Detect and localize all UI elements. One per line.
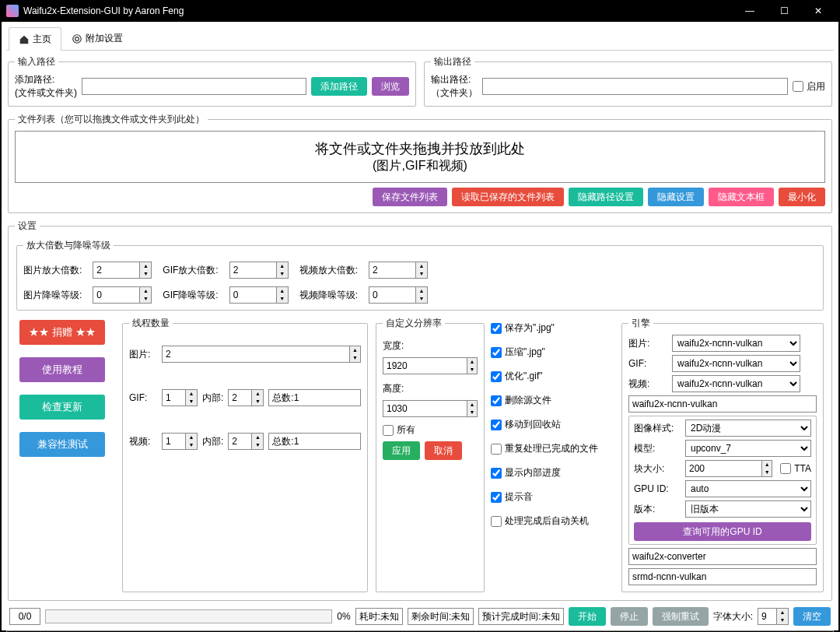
tab-home-label: 主页 xyxy=(33,33,51,46)
eng-ver-label: 版本: xyxy=(634,503,681,516)
font-size-label: 字体大小: xyxy=(713,610,753,623)
hide-settings-button[interactable]: 隐藏设置 xyxy=(648,188,704,206)
opt-showprog-checkbox[interactable] xyxy=(491,468,502,479)
thread-gif-label: GIF: xyxy=(129,392,157,403)
res-h-spin[interactable]: ▲▼ xyxy=(383,400,478,417)
filelist-group: 文件列表（您可以拖拽文件或文件夹到此处） 将文件或文件夹拖拽并投放到此处 (图片… xyxy=(8,113,832,213)
titlebar: Waifu2x-Extension-GUI by Aaron Feng — ☐ … xyxy=(0,0,840,22)
eng-tta-checkbox[interactable] xyxy=(780,463,791,474)
dropzone[interactable]: 将文件或文件夹拖拽并投放到此处 (图片,GIF和视频) xyxy=(15,131,825,183)
hide-textbox-button[interactable]: 隐藏文本框 xyxy=(709,188,774,206)
opt-compjpg-checkbox[interactable] xyxy=(491,347,502,358)
res-apply-button[interactable]: 应用 xyxy=(383,441,420,460)
start-button[interactable]: 开始 xyxy=(569,607,606,626)
eng-model-select[interactable]: upconv_7 xyxy=(685,440,811,457)
eng-gpu-select[interactable]: auto xyxy=(685,480,811,497)
output-path-group: 输出路径 输出路径: （文件夹） 启用 xyxy=(424,55,832,107)
vid-noise-label: 视频降噪等级: xyxy=(299,289,358,302)
opt-sound-checkbox[interactable] xyxy=(491,492,502,503)
filelist-legend: 文件列表（您可以拖拽文件或文件夹到此处） xyxy=(15,113,208,126)
stop-button[interactable]: 停止 xyxy=(611,607,648,626)
donate-button[interactable]: ★★ 捐赠 ★★ xyxy=(19,320,105,345)
close-button[interactable]: ✕ xyxy=(809,2,828,20)
tab-home[interactable]: 主页 xyxy=(9,27,61,51)
thread-vid-inner-spin[interactable]: ▲▼ xyxy=(228,433,264,450)
thread-gif-inner-spin[interactable]: ▲▼ xyxy=(228,389,264,406)
progress-count: 0/0 xyxy=(9,608,40,625)
threads-group: 线程数量 图片: ▲▼ GIF: ▲▼ 内部: ▲▼ 总数:1 视频: ▲▼ 内… xyxy=(122,317,368,592)
thread-img-spin[interactable]: ▲▼ xyxy=(162,346,361,363)
img-scale-spin[interactable]: ▲▼ xyxy=(93,262,152,279)
check-update-button[interactable]: 检查更新 xyxy=(19,395,105,420)
tab-bar: 主页 附加设置 xyxy=(6,26,834,51)
opt-shutdown-checkbox[interactable] xyxy=(491,516,502,527)
eng-model-label: 模型: xyxy=(634,442,681,455)
eng-ver-select[interactable]: 旧版本 xyxy=(685,500,811,518)
input-legend: 输入路径 xyxy=(15,55,58,68)
opt-sound-label: 提示音 xyxy=(505,490,533,504)
opt-delsrc-checkbox[interactable] xyxy=(491,395,502,406)
eng-box-converter: waifu2x-converter xyxy=(628,548,817,565)
img-scale-label: 图片放大倍数: xyxy=(23,264,82,277)
scale-noise-group: 放大倍数与降噪等级 图片放大倍数: ▲▼ GIF放大倍数: ▲▼ 视频放大倍数:… xyxy=(16,239,824,311)
thread-vid-label: 视频: xyxy=(129,435,157,448)
opt-redo-label: 重复处理已完成的文件 xyxy=(505,442,598,455)
opt-recycle-label: 移动到回收站 xyxy=(505,418,561,431)
vid-scale-spin[interactable]: ▲▼ xyxy=(369,262,428,279)
vid-noise-spin[interactable]: ▲▼ xyxy=(369,286,428,304)
eng-style-label: 图像样式: xyxy=(634,422,681,435)
query-gpu-button[interactable]: 查询可用的GPU ID xyxy=(634,522,811,541)
thread-gif-spin[interactable]: ▲▼ xyxy=(162,389,198,406)
output-path-field[interactable] xyxy=(482,78,788,95)
opt-savejpg-label: 保存为".jpg" xyxy=(505,321,555,335)
read-filelist-button[interactable]: 读取已保存的文件列表 xyxy=(452,188,564,206)
res-cancel-button[interactable]: 取消 xyxy=(425,441,462,460)
home-icon xyxy=(19,34,30,45)
engine-group: 引擎 图片:waifu2x-ncnn-vulkan GIF:waifu2x-nc… xyxy=(621,317,824,592)
img-noise-spin[interactable]: ▲▼ xyxy=(93,286,152,304)
tutorial-button[interactable]: 使用教程 xyxy=(19,357,105,382)
eta-box: 预计完成时间:未知 xyxy=(478,608,563,625)
dropzone-line2: (图片,GIF和视频) xyxy=(16,158,824,174)
opt-delsrc-label: 删除源文件 xyxy=(505,394,551,407)
font-size-spin[interactable]: ▲▼ xyxy=(758,608,789,625)
thread-vid-spin[interactable]: ▲▼ xyxy=(162,433,198,450)
add-path-button[interactable]: 添加路径 xyxy=(311,77,367,96)
output-legend: 输出路径 xyxy=(431,55,474,68)
opt-savejpg-checkbox[interactable] xyxy=(491,323,502,334)
eng-style-select[interactable]: 2D动漫 xyxy=(685,420,811,437)
res-all-checkbox[interactable] xyxy=(383,425,394,436)
gif-scale-spin[interactable]: ▲▼ xyxy=(229,262,289,279)
opt-optgif-checkbox[interactable] xyxy=(491,371,502,382)
clear-button[interactable]: 清空 xyxy=(793,607,831,626)
minimize-filelist-button[interactable]: 最小化 xyxy=(779,188,825,206)
thread-img-label: 图片: xyxy=(129,348,157,361)
browse-button[interactable]: 浏览 xyxy=(372,77,409,96)
minimize-button[interactable]: — xyxy=(740,2,759,20)
eng-gif-select[interactable]: waifu2x-ncnn-vulkan xyxy=(672,355,800,372)
gif-noise-spin[interactable]: ▲▼ xyxy=(229,286,289,304)
opt-shutdown-label: 处理完成后自动关机 xyxy=(505,514,589,528)
enable-output-checkbox[interactable] xyxy=(793,81,803,92)
eng-img-select[interactable]: waifu2x-ncnn-vulkan xyxy=(672,335,800,352)
input-path-field[interactable] xyxy=(82,78,306,95)
tab-extra[interactable]: 附加设置 xyxy=(61,26,133,50)
eng-vid-select[interactable]: waifu2x-ncnn-vulkan xyxy=(672,375,800,392)
maximize-button[interactable]: ☐ xyxy=(775,2,793,20)
thread-vid-total: 总数:1 xyxy=(268,433,361,450)
res-w-label: 宽度: xyxy=(383,339,478,353)
thread-vid-inner-label: 内部: xyxy=(202,435,223,448)
threads-legend: 线程数量 xyxy=(129,317,173,330)
settings-group: 设置 放大倍数与降噪等级 图片放大倍数: ▲▼ GIF放大倍数: ▲▼ 视频放大… xyxy=(8,219,832,601)
retry-button[interactable]: 强制重试 xyxy=(653,607,709,626)
res-w-spin[interactable]: ▲▼ xyxy=(383,357,478,374)
eng-tile-spin[interactable]: ▲▼ xyxy=(685,460,772,477)
output-label: 输出路径: （文件夹） xyxy=(431,73,478,100)
opt-recycle-checkbox[interactable] xyxy=(491,420,502,430)
save-filelist-button[interactable]: 保存文件列表 xyxy=(373,188,447,206)
hide-path-button[interactable]: 隐藏路径设置 xyxy=(569,188,643,206)
eng-gif-label: GIF: xyxy=(628,358,667,369)
compat-test-button[interactable]: 兼容性测试 xyxy=(19,432,105,457)
eng-box-waifu-ncnn: waifu2x-ncnn-vulkan xyxy=(628,395,817,413)
opt-redo-checkbox[interactable] xyxy=(491,444,502,455)
